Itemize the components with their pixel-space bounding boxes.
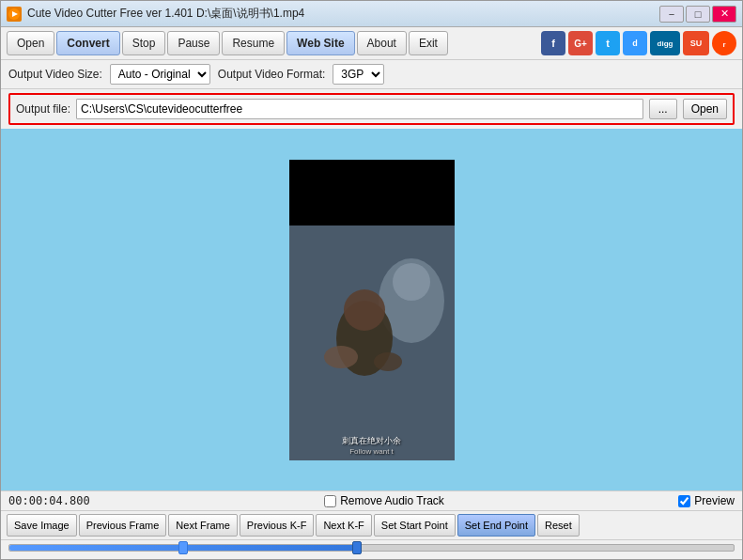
social-icons-group: f G+ t d digg SU r (541, 31, 736, 55)
window-controls: − □ ✕ (659, 6, 736, 23)
app-icon (7, 7, 22, 22)
video-size-label: Output Video Size: (8, 68, 102, 81)
svg-point-10 (374, 352, 402, 371)
output-open-button[interactable]: Open (683, 99, 727, 119)
pause-button[interactable]: Pause (167, 31, 220, 55)
set-start-button[interactable]: Set Start Point (374, 514, 456, 537)
timeline-slider[interactable] (8, 544, 735, 552)
delicious-icon[interactable]: d (623, 31, 647, 55)
twitter-icon[interactable]: t (596, 31, 620, 55)
convert-button[interactable]: Convert (56, 31, 119, 55)
next-frame-button[interactable]: Next Frame (168, 514, 237, 537)
svg-point-9 (324, 346, 358, 368)
svg-point-8 (344, 289, 385, 331)
svg-point-6 (393, 263, 430, 301)
prev-kf-button[interactable]: Previous K-F (240, 514, 315, 537)
options-bar: Output Video Size: Auto - Original Outpu… (1, 60, 742, 89)
slider-area (1, 539, 742, 559)
reset-button[interactable]: Reset (537, 514, 580, 537)
exit-button[interactable]: Exit (409, 31, 448, 55)
website-button[interactable]: Web Site (286, 31, 354, 55)
resume-button[interactable]: Resume (222, 31, 285, 55)
title-bar: Cute Video Cutter Free ver 1.401 D:\桌面\说… (1, 1, 742, 27)
time-display: 00:00:04.800 (8, 494, 90, 507)
stop-button[interactable]: Stop (122, 31, 166, 55)
save-image-button[interactable]: Save Image (7, 514, 77, 537)
video-preview: 刺真在绝对小余 Follow want t (289, 160, 455, 460)
video-subtitle: 刺真在绝对小余 Follow want t (289, 435, 455, 456)
prev-frame-button[interactable]: Previous Frame (79, 514, 167, 537)
svg-text:r: r (722, 40, 725, 49)
close-button[interactable]: ✕ (712, 6, 736, 23)
next-kf-button[interactable]: Next K-F (316, 514, 371, 537)
reddit-icon[interactable]: r (712, 31, 736, 55)
facebook-icon[interactable]: f (541, 31, 565, 55)
output-file-section: Output file: ... Open (8, 93, 735, 125)
output-file-input[interactable] (76, 99, 643, 119)
main-window: Cute Video Cutter Free ver 1.401 D:\桌面\说… (0, 0, 743, 560)
digg-icon[interactable]: digg (650, 31, 680, 55)
video-format-label: Output Video Format: (218, 68, 326, 81)
output-file-label: Output file: (16, 102, 70, 116)
remove-audio-group: Remove Audio Track (324, 494, 444, 507)
video-frame-content: 刺真在绝对小余 Follow want t (289, 226, 455, 460)
preview-group: Preview (678, 494, 735, 507)
google-icon[interactable]: G+ (568, 31, 593, 55)
maximize-button[interactable]: □ (686, 6, 710, 23)
stumbleupon-icon[interactable]: SU (683, 31, 709, 55)
video-area: 安下载 anxz.com (1, 129, 742, 490)
video-size-select[interactable]: Auto - Original (110, 64, 210, 85)
browse-button[interactable]: ... (649, 99, 677, 119)
window-title: Cute Video Cutter Free ver 1.401 D:\桌面\说… (27, 6, 659, 22)
slider-thumb[interactable] (352, 541, 362, 554)
set-end-button[interactable]: Set End Point (457, 514, 535, 537)
video-format-select[interactable]: 3GP (333, 64, 384, 85)
remove-audio-label[interactable]: Remove Audio Track (340, 494, 444, 507)
minimize-button[interactable]: − (659, 6, 684, 23)
preview-label[interactable]: Preview (694, 494, 735, 507)
about-button[interactable]: About (357, 31, 407, 55)
toolbar: Open Convert Stop Pause Resume Web Site … (1, 27, 742, 60)
control-bar: Save Image Previous Frame Next Frame Pre… (1, 510, 742, 539)
open-button[interactable]: Open (7, 31, 54, 55)
status-bar: 00:00:04.800 Remove Audio Track Preview (1, 490, 742, 510)
remove-audio-checkbox[interactable] (324, 495, 336, 507)
preview-checkbox[interactable] (678, 495, 690, 507)
slider-start-thumb[interactable] (178, 541, 188, 554)
video-black-top (289, 160, 455, 226)
